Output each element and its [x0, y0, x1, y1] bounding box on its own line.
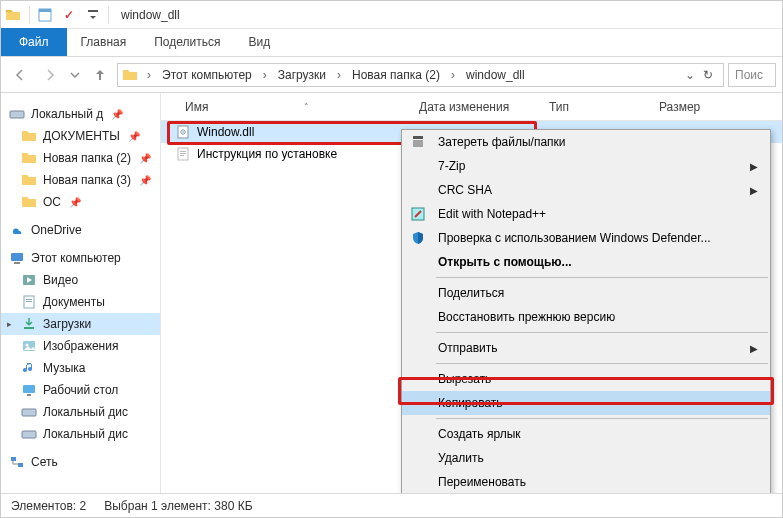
chevron-right-icon[interactable]: ›	[260, 68, 270, 82]
menu-item-label: Создать ярлык	[438, 427, 521, 441]
refresh-button[interactable]: ↻	[697, 68, 719, 82]
window-title: window_dll	[121, 8, 180, 22]
nav-quick-item[interactable]: ОС📌	[1, 191, 160, 213]
context-menu-item[interactable]: Удалить	[402, 446, 770, 470]
folder-icon	[122, 67, 138, 83]
context-menu-item[interactable]: Копировать	[402, 391, 770, 415]
svg-rect-17	[11, 457, 16, 461]
context-menu-item[interactable]: Поделиться	[402, 281, 770, 305]
nav-thispc-item[interactable]: Локальный дис	[1, 423, 160, 445]
nav-onedrive[interactable]: OneDrive	[1, 219, 160, 241]
breadcrumb-item[interactable]: Загрузки	[272, 66, 332, 84]
nav-thispc-item[interactable]: Локальный дис	[1, 401, 160, 423]
nav-quick-access[interactable]: Локальный д📌	[1, 103, 160, 125]
nav-quick-item[interactable]: Новая папка (2)📌	[1, 147, 160, 169]
nav-thispc-item[interactable]: Рабочий стол	[1, 379, 160, 401]
context-menu-item[interactable]: Проверка с использованием Windows Defend…	[402, 226, 770, 250]
nav-network[interactable]: Сеть	[1, 451, 160, 473]
menu-separator	[436, 418, 768, 419]
menu-item-label: Удалить	[438, 451, 484, 465]
menu-item-label: Отправить	[438, 341, 498, 355]
qat-check-button[interactable]: ✓	[58, 4, 80, 26]
svg-rect-24	[180, 153, 186, 154]
quick-access-toolbar: ✓	[34, 4, 104, 26]
breadcrumb-item[interactable]: Этот компьютер	[156, 66, 258, 84]
column-date[interactable]: Дата изменения	[411, 93, 541, 120]
pin-icon: 📌	[139, 153, 151, 164]
expand-arrow-icon[interactable]: ▸	[7, 319, 12, 329]
submenu-arrow-icon: ▶	[750, 161, 758, 172]
defender-icon	[410, 230, 426, 246]
navigation-pane: Локальный д📌 ДОКУМЕНТЫ📌Новая папка (2)📌Н…	[1, 93, 161, 495]
status-bar: Элементов: 2 Выбран 1 элемент: 380 КБ	[1, 493, 782, 517]
column-type[interactable]: Тип	[541, 93, 651, 120]
menu-item-label: Edit with Notepad++	[438, 207, 546, 221]
folder-icon	[5, 7, 21, 23]
sort-indicator-icon: ˄	[304, 102, 309, 112]
library-icon	[21, 316, 37, 332]
qat-properties-button[interactable]	[34, 4, 56, 26]
context-menu-item[interactable]: 7-Zip▶	[402, 154, 770, 178]
chevron-right-icon[interactable]: ›	[334, 68, 344, 82]
computer-icon	[9, 250, 25, 266]
breadcrumb-item[interactable]: window_dll	[460, 66, 531, 84]
svg-point-21	[182, 131, 184, 133]
context-menu-item[interactable]: CRC SHA▶	[402, 178, 770, 202]
menu-separator	[436, 332, 768, 333]
context-menu-item[interactable]: Переименовать	[402, 470, 770, 494]
nav-quick-item[interactable]: ДОКУМЕНТЫ📌	[1, 125, 160, 147]
nav-up-button[interactable]	[87, 62, 113, 88]
context-menu-item[interactable]: Открыть с помощью...	[402, 250, 770, 274]
ribbon-file-tab[interactable]: Файл	[1, 28, 67, 56]
svg-rect-8	[26, 299, 32, 300]
nav-thispc-item[interactable]: Видео	[1, 269, 160, 291]
qat-dropdown-button[interactable]	[82, 4, 104, 26]
svg-rect-4	[11, 253, 23, 261]
library-icon	[21, 272, 37, 288]
submenu-arrow-icon: ▶	[750, 343, 758, 354]
nav-back-button[interactable]	[7, 62, 33, 88]
nav-recent-button[interactable]	[67, 62, 83, 88]
npp-icon	[410, 206, 426, 222]
library-icon	[21, 338, 37, 354]
context-menu-item[interactable]: Вырезать	[402, 367, 770, 391]
ribbon-tab-view[interactable]: Вид	[234, 28, 284, 56]
nav-thispc-item[interactable]: Документы	[1, 291, 160, 313]
context-menu-item[interactable]: Edit with Notepad++	[402, 202, 770, 226]
nav-thispc-item[interactable]: Изображения	[1, 335, 160, 357]
nav-quick-item[interactable]: Новая папка (3)📌	[1, 169, 160, 191]
title-bar: ✓ window_dll	[1, 1, 782, 29]
column-size[interactable]: Размер	[651, 93, 731, 120]
ribbon-tab-home[interactable]: Главная	[67, 28, 141, 56]
breadcrumb-item[interactable]: Новая папка (2)	[346, 66, 446, 84]
svg-rect-25	[180, 155, 184, 156]
nav-forward-button[interactable]	[37, 62, 63, 88]
column-headers[interactable]: Имя˄ Дата изменения Тип Размер	[161, 93, 782, 121]
library-icon	[21, 294, 37, 310]
pin-icon: 📌	[128, 131, 140, 142]
chevron-down-icon[interactable]: ⌄	[685, 68, 695, 82]
chevron-right-icon[interactable]: ›	[144, 68, 154, 82]
nav-thispc-item[interactable]: ▸Загрузки	[1, 313, 160, 335]
search-input[interactable]: Поис	[728, 63, 776, 87]
nav-thispc-item[interactable]: Музыка	[1, 357, 160, 379]
menu-item-label: Затереть файлы/папки	[438, 135, 566, 149]
context-menu-item[interactable]: Отправить▶	[402, 336, 770, 360]
column-name[interactable]: Имя˄	[161, 93, 411, 120]
library-icon	[21, 382, 37, 398]
ribbon-tab-share[interactable]: Поделиться	[140, 28, 234, 56]
menu-separator	[436, 363, 768, 364]
context-menu-item[interactable]: Затереть файлы/папки	[402, 130, 770, 154]
nav-this-pc[interactable]: Этот компьютер	[1, 247, 160, 269]
menu-item-label: Восстановить прежнюю версию	[438, 310, 615, 324]
breadcrumb-bar[interactable]: › Этот компьютер › Загрузки › Новая папк…	[117, 63, 724, 87]
file-name: Инструкция по установке	[197, 147, 337, 161]
pin-icon: 📌	[111, 109, 123, 120]
menu-item-label: CRC SHA	[438, 183, 492, 197]
chevron-right-icon[interactable]: ›	[448, 68, 458, 82]
context-menu-item[interactable]: Восстановить прежнюю версию	[402, 305, 770, 329]
svg-rect-10	[24, 327, 34, 329]
context-menu-item[interactable]: Создать ярлык	[402, 422, 770, 446]
library-icon	[21, 426, 37, 442]
ribbon-tabs: Файл Главная Поделиться Вид	[1, 29, 782, 57]
